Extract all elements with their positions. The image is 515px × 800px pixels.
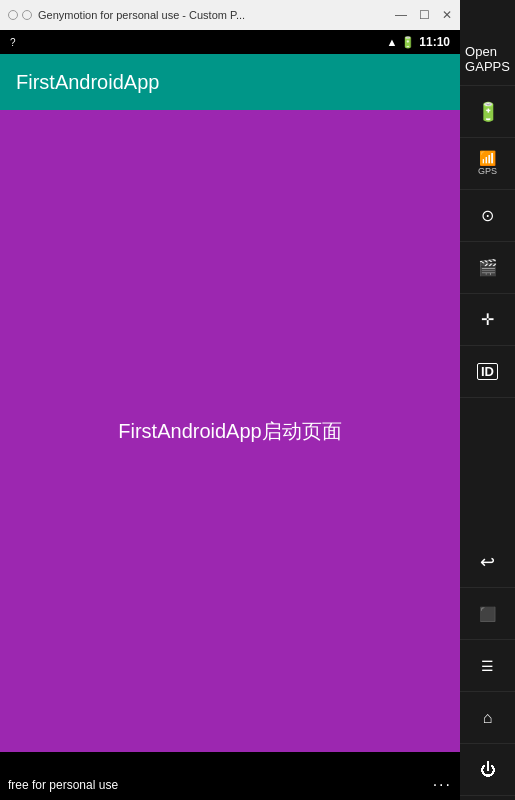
title-dots bbox=[8, 10, 32, 20]
minimize-button[interactable]: — bbox=[395, 9, 407, 21]
phone-emulator: ? ▲ 🔋 11:10 FirstAndroidApp FirstAndroid… bbox=[0, 30, 460, 800]
sidebar-item-device-id[interactable]: ID bbox=[460, 346, 515, 398]
status-bar: ? ▲ 🔋 11:10 bbox=[0, 30, 460, 54]
sidebar-item-video[interactable]: 🎬 bbox=[460, 242, 515, 294]
close-button[interactable]: ✕ bbox=[442, 9, 452, 21]
sidebar-item-back[interactable]: ↩ bbox=[460, 536, 515, 588]
watermark-text: free for personal use bbox=[8, 778, 118, 792]
battery-icon: 🔋 bbox=[401, 36, 415, 49]
sidebar-item-recent[interactable]: ⬛ bbox=[460, 588, 515, 640]
sidebar-item-battery[interactable]: 🔋 bbox=[460, 86, 515, 138]
clock: 11:10 bbox=[419, 35, 450, 49]
battery-sidebar-icon: 🔋 bbox=[477, 103, 499, 121]
watermark-bar: free for personal use ··· bbox=[0, 770, 460, 800]
video-icon: 🎬 bbox=[478, 260, 498, 276]
sidebar-item-gps[interactable]: 📶 GPS bbox=[460, 138, 515, 190]
main-content[interactable]: FirstAndroidApp启动页面 bbox=[0, 110, 460, 752]
window-title: Genymotion for personal use - Custom P..… bbox=[38, 9, 245, 21]
title-bar-left: Genymotion for personal use - Custom P..… bbox=[8, 9, 245, 21]
signal-icon: ▲ bbox=[386, 36, 397, 48]
app-bar: FirstAndroidApp bbox=[0, 54, 460, 110]
sidebar-item-power[interactable]: ⏻ bbox=[460, 744, 515, 796]
app-title: FirstAndroidApp bbox=[16, 71, 159, 94]
maximize-button[interactable]: ☐ bbox=[419, 9, 430, 21]
dot-2 bbox=[22, 10, 32, 20]
gps-label: GPS bbox=[478, 167, 497, 177]
title-bar: Genymotion for personal use - Custom P..… bbox=[0, 0, 460, 30]
recent-nav-icon: ⬛ bbox=[479, 607, 496, 621]
open-gapps-icon: OpenGAPPS bbox=[465, 45, 510, 74]
status-left: ? bbox=[10, 37, 16, 48]
sidebar-item-menu[interactable]: ☰ bbox=[460, 640, 515, 692]
sidebar-item-camera[interactable]: ⊙ bbox=[460, 190, 515, 242]
power-icon: ⏻ bbox=[480, 762, 496, 778]
sidebar: OpenGAPPS 🔋 📶 GPS ⊙ 🎬 ✛ ID ↩ ⬛ ☰ ⌂ ⏻ bbox=[460, 30, 515, 800]
sidebar-item-open-gapps[interactable]: OpenGAPPS bbox=[460, 34, 515, 86]
camera-icon: ⊙ bbox=[481, 208, 494, 224]
home-nav-icon: ⌂ bbox=[483, 710, 493, 726]
dot-1 bbox=[8, 10, 18, 20]
device-id-icon: ID bbox=[477, 363, 498, 380]
back-nav-icon: ↩ bbox=[480, 553, 495, 571]
gps-icon: 📶 bbox=[479, 151, 496, 165]
menu-nav-icon: ☰ bbox=[481, 659, 494, 673]
title-bar-controls: — ☐ ✕ bbox=[395, 9, 452, 21]
move-icon: ✛ bbox=[481, 312, 494, 328]
main-text: FirstAndroidApp启动页面 bbox=[118, 418, 341, 445]
more-button[interactable]: ··· bbox=[433, 776, 452, 794]
sidebar-item-move[interactable]: ✛ bbox=[460, 294, 515, 346]
sidebar-item-home[interactable]: ⌂ bbox=[460, 692, 515, 744]
question-mark: ? bbox=[10, 37, 16, 48]
status-right: ▲ 🔋 11:10 bbox=[386, 35, 450, 49]
